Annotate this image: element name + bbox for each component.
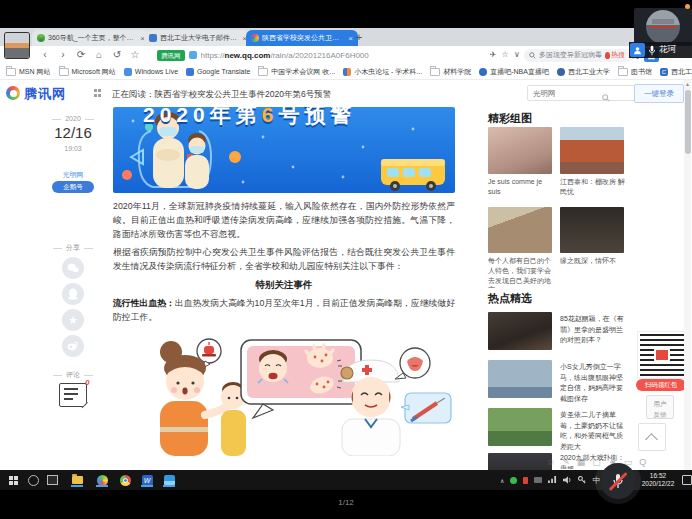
back-icon[interactable]: ‹ xyxy=(38,47,52,63)
eraser-icon[interactable]: ▦ xyxy=(577,457,586,467)
mic-muted-overlay[interactable] xyxy=(600,463,636,499)
gallery-caption[interactable]: 缘之既深，情怀不改！ xyxy=(560,256,626,268)
bookmarks-bar: MSN 网站 Microsoft 网站 Windows Live Google … xyxy=(0,64,692,80)
reading-title: 陕西省学校突发公共卫生事件2020年第6号预警 xyxy=(155,89,332,99)
scroll-up-arrow[interactable]: ▲ xyxy=(684,81,691,87)
share-wechat-button[interactable] xyxy=(62,257,84,279)
gallery-image[interactable] xyxy=(560,127,624,174)
one-key-login-button[interactable]: 一键登录 xyxy=(634,84,684,103)
tab-title: 360导航_一个主页，整个世界 xyxy=(48,33,137,43)
task-view-button[interactable] xyxy=(45,473,59,487)
feedback-button[interactable]: 用户反馈 xyxy=(646,395,674,419)
article-year: 2020 xyxy=(35,115,111,122)
wechat-tray-icon[interactable] xyxy=(510,477,517,484)
tab-nwpu-mail[interactable]: 西北工业大学电子邮件系统 × xyxy=(144,30,252,46)
red-app-tray-icon[interactable] xyxy=(523,477,528,484)
tab-360-nav[interactable]: 360导航_一个主页，整个世界 × xyxy=(32,30,150,46)
video-frame: 360导航_一个主页，整个世界 × 西北工业大学电子邮件系统 × 陕西省学校突发… xyxy=(0,0,692,519)
gallery-caption[interactable]: 江西泰和：棚改房 解民忧 xyxy=(560,177,626,199)
bookmark-muchong[interactable]: 小木虫论坛 - 学术科... xyxy=(343,67,422,77)
bookmark-microsoft[interactable]: Microsoft 网站 xyxy=(59,67,116,77)
site-search-input[interactable] xyxy=(527,85,636,101)
nav-grid-icon[interactable] xyxy=(94,89,102,97)
network-icon[interactable] xyxy=(548,476,557,484)
system-tray: ∧ 中 xyxy=(500,470,600,490)
gallery-image[interactable] xyxy=(488,207,552,253)
bookmark-msn[interactable]: MSN 网站 xyxy=(6,67,51,77)
page-scrollbar[interactable]: ▲ xyxy=(684,80,691,470)
hot-thumbnail[interactable] xyxy=(488,408,552,446)
hot-thumbnail[interactable] xyxy=(488,360,552,398)
penguin-account-badge[interactable]: 企鹅号 xyxy=(52,181,94,193)
bookmark-label: Windows Live xyxy=(135,68,178,75)
hot-item-text[interactable]: 黄圣依二儿子摘草莓，土豪奶奶不让猛吃，和外婆同框气质差距大 xyxy=(560,410,628,450)
tab-title: 陕西省学校突发公共卫生事件2... xyxy=(262,33,345,43)
bookmark-nwpu-mail[interactable]: C西北工业大学电子邮... xyxy=(660,67,692,77)
letterbox-bottom: 1/12 xyxy=(0,490,692,519)
now-reading: 正在阅读：陕西省学校突发公共卫生事件2020年第6号预警 xyxy=(112,89,331,101)
comment-icon[interactable] xyxy=(59,383,87,407)
home-icon[interactable]: ⌂ xyxy=(92,47,106,63)
site-search-icon[interactable] xyxy=(602,88,610,106)
new-tab-button[interactable]: + xyxy=(352,30,366,44)
undo-icon[interactable]: ↺ xyxy=(110,47,124,63)
photos-app-button[interactable] xyxy=(162,473,176,487)
gallery-caption[interactable]: 每个人都有自己的个人特色，我们要学会去发现自己美好的地方 xyxy=(488,256,554,288)
bookmark-label: 小木虫论坛 - 学术科... xyxy=(354,67,422,77)
hot-item-text[interactable]: 85花赵丽颖，在《有翡》里拿的是盛明兰的对照剧本？ xyxy=(560,314,628,354)
mail-c-icon: C xyxy=(660,68,668,76)
red-packet-button[interactable]: 扫码领红包 xyxy=(636,379,686,391)
scrollbar-thumb[interactable] xyxy=(685,90,691,154)
browser-search-box[interactable]: 多国现变异新冠病毒 热搜 xyxy=(524,49,634,62)
tencent-logo-icon[interactable] xyxy=(6,86,20,100)
bookmark-conference[interactable]: 中国学术会议网 收... xyxy=(258,67,335,77)
bookmark-windows-live[interactable]: Windows Live xyxy=(124,68,178,76)
page-content: 2020 12/16 19:03 光明网 企鹅号 分享 ★ 评论 0 2020年… xyxy=(0,107,692,470)
pen-icon[interactable]: ✎ xyxy=(562,457,570,467)
tab-active-article[interactable]: 陕西省学校突发公共卫生事件2... × xyxy=(246,30,358,46)
emoji-icon[interactable]: ☺ xyxy=(546,457,555,467)
start-button[interactable] xyxy=(6,473,20,487)
share-weibo-button[interactable] xyxy=(62,335,84,357)
refresh-icon[interactable]: ⟳ xyxy=(74,47,88,63)
clock[interactable]: 16:522020/12/22 xyxy=(638,472,678,489)
bookmark-google-translate[interactable]: Google Translate xyxy=(186,68,250,76)
desktop-photo-icon[interactable] xyxy=(5,33,29,58)
bookmark-zhibo8[interactable]: 直播吧-NBA直播吧 xyxy=(479,67,549,77)
bookmark-materials[interactable]: 材料学院 xyxy=(430,67,471,77)
back-to-top-button[interactable] xyxy=(638,423,666,451)
search-hint-text: 多国现变异新冠病毒 xyxy=(539,50,602,60)
cortana-button[interactable] xyxy=(26,473,40,487)
hot-item-text[interactable]: 小S女儿秀倒立一字马，练出腹肌眼神坚定自信，妈妈高呼要截图保存 xyxy=(560,362,628,402)
share-qq-button[interactable] xyxy=(62,283,84,305)
tray-expand-icon[interactable]: ∧ xyxy=(500,477,504,484)
word-app-button[interactable]: W xyxy=(140,473,154,487)
action-center-icon[interactable] xyxy=(682,475,692,485)
share-qzone-button[interactable]: ★ xyxy=(62,309,84,331)
article-source[interactable]: 光明网 xyxy=(35,170,111,180)
hot-thumbnail[interactable] xyxy=(488,312,552,350)
key-icon[interactable] xyxy=(578,476,586,484)
chevron-up-icon xyxy=(645,433,658,446)
gallery-caption[interactable]: Je suis comme je suis xyxy=(488,177,554,197)
file-explorer-button[interactable] xyxy=(70,473,84,487)
gallery-image[interactable] xyxy=(560,207,624,253)
drive-tray-icon[interactable] xyxy=(534,477,542,483)
gallery-image[interactable] xyxy=(488,127,552,174)
bookmark-library[interactable]: 图书馆 xyxy=(618,67,652,77)
feedback-line1: 用户 xyxy=(654,400,667,407)
magnifier-icon[interactable]: Q xyxy=(639,457,646,467)
bookmark-star-icon[interactable]: ☆ xyxy=(128,47,142,63)
browser-360-button[interactable] xyxy=(95,473,109,487)
hot-search-tag[interactable]: 热搜 xyxy=(605,50,625,60)
hot-thumbnail[interactable] xyxy=(488,453,552,470)
dropdown-chevron-icon[interactable]: ∨ xyxy=(510,47,524,63)
shape-icon[interactable]: ▢ xyxy=(592,457,601,467)
participant-video-tile[interactable] xyxy=(634,8,692,46)
site-logo-text[interactable]: 腾讯网 xyxy=(24,85,66,103)
volume-icon[interactable] xyxy=(563,476,572,484)
address-bar[interactable]: 腾讯网 https://new.qq.com/rain/a/20201216A0… xyxy=(157,49,487,62)
chrome-button[interactable] xyxy=(118,473,132,487)
bookmark-nwpu[interactable]: 西北工业大学 xyxy=(557,67,610,77)
forward-icon[interactable]: › xyxy=(56,47,70,63)
